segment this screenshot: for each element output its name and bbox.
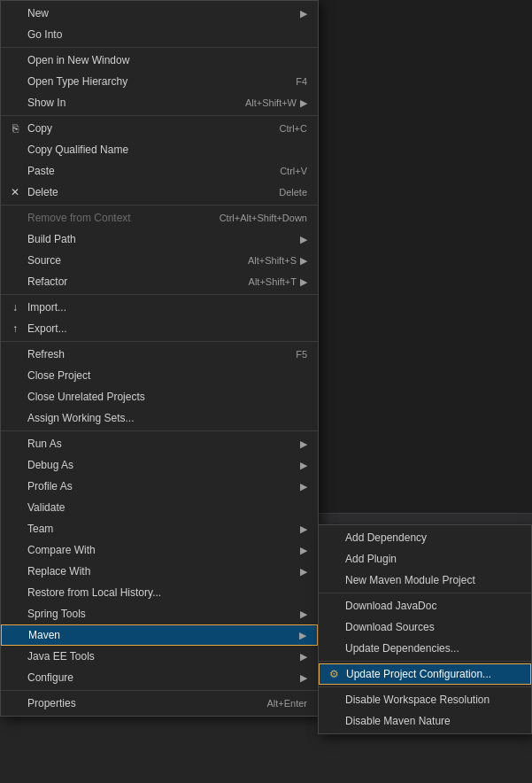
menu-item-open-new-window[interactable]: Open in New Window — [1, 50, 318, 71]
submenu-update-dependencies[interactable]: Update Dependencies... — [319, 638, 531, 659]
menu-item-assign-working-sets[interactable]: Assign Working Sets... — [1, 407, 318, 429]
shortcut-properties: Alt+Enter — [266, 698, 307, 709]
arrow-icon-profile-as: ▶ — [300, 481, 307, 492]
submenu-separator-2 — [319, 661, 531, 662]
menu-item-refresh[interactable]: Refresh F5 — [1, 344, 318, 365]
menu-item-compare-with[interactable]: Compare With ▶ — [1, 539, 318, 561]
menu-item-close-project[interactable]: Close Project — [1, 365, 318, 386]
arrow-icon-team: ▶ — [300, 523, 307, 535]
submenu-add-dependency[interactable]: Add Dependency — [319, 527, 531, 548]
submenu-download-sources[interactable]: Download Sources — [319, 616, 531, 638]
menu-item-copy[interactable]: ⎘ Copy Ctrl+C — [1, 118, 318, 139]
shortcut-refactor: Alt+Shift+T — [249, 276, 297, 287]
submenu-add-plugin[interactable]: Add Plugin — [319, 548, 531, 570]
shortcut-show-in: Alt+Shift+W — [245, 97, 297, 108]
arrow-icon-show-in: ▶ — [300, 97, 307, 109]
menu-item-new[interactable]: New ▶ — [1, 3, 318, 24]
menu-item-build-path[interactable]: Build Path ▶ — [1, 229, 318, 250]
import-icon: ↓ — [8, 300, 22, 314]
menu-item-paste[interactable]: Paste Ctrl+V — [1, 160, 318, 182]
menu-item-team[interactable]: Team ▶ — [1, 518, 318, 539]
menu-item-open-type-hierarchy[interactable]: Open Type Hierarchy F4 — [1, 71, 318, 92]
shortcut-remove: Ctrl+Alt+Shift+Down — [220, 213, 307, 223]
delete-icon: ✕ — [8, 185, 22, 199]
menu-item-validate[interactable]: Validate — [1, 497, 318, 518]
menu-item-java-ee-tools[interactable]: Java EE Tools ▶ — [1, 646, 318, 667]
shortcut-copy: Ctrl+C — [280, 123, 307, 134]
arrow-icon-configure: ▶ — [300, 672, 307, 684]
submenu-disable-maven-nature[interactable]: Disable Maven Nature — [319, 710, 531, 732]
menu-item-source[interactable]: Source Alt+Shift+S ▶ — [1, 250, 318, 271]
separator-7 — [1, 690, 318, 691]
separator-6 — [1, 430, 318, 431]
separator-4 — [1, 294, 318, 295]
menu-item-configure[interactable]: Configure ▶ — [1, 667, 318, 688]
submenu-new-maven-module[interactable]: New Maven Module Project — [319, 570, 531, 591]
shortcut-f4: F4 — [296, 76, 307, 87]
arrow-icon-debug-as: ▶ — [300, 460, 307, 471]
arrow-icon: ▶ — [300, 8, 307, 19]
arrow-icon-maven: ▶ — [299, 630, 306, 641]
menu-item-restore-history[interactable]: Restore from Local History... — [1, 582, 318, 603]
menu-item-import[interactable]: ↓ Import... — [1, 297, 318, 318]
arrow-icon-refactor: ▶ — [300, 276, 307, 288]
maven-config-icon: ⚙ — [327, 667, 341, 681]
menu-item-go-into[interactable]: Go Into — [1, 24, 318, 45]
context-menu: New ▶ Go Into Open in New Window Open Ty… — [0, 0, 319, 717]
arrow-icon-run-as: ▶ — [300, 438, 307, 450]
menu-item-refactor[interactable]: Refactor Alt+Shift+T ▶ — [1, 271, 318, 292]
arrow-icon-compare-with: ▶ — [300, 545, 307, 556]
menu-item-spring-tools[interactable]: Spring Tools ▶ — [1, 603, 318, 624]
arrow-icon-source: ▶ — [300, 255, 307, 267]
menu-item-show-in[interactable]: Show In Alt+Shift+W ▶ — [1, 92, 318, 113]
menu-item-replace-with[interactable]: Replace With ▶ — [1, 561, 318, 582]
shortcut-refresh: F5 — [296, 349, 307, 360]
menu-item-profile-as[interactable]: Profile As ▶ — [1, 476, 318, 497]
separator-2 — [1, 115, 318, 116]
menu-item-properties[interactable]: Properties Alt+Enter — [1, 693, 318, 714]
separator-1 — [1, 47, 318, 48]
arrow-icon-replace-with: ▶ — [300, 566, 307, 578]
menu-item-copy-qualified[interactable]: Copy Qualified Name — [1, 139, 318, 160]
copy-icon: ⎘ — [8, 121, 22, 136]
shortcut-source: Alt+Shift+S — [248, 255, 297, 266]
shortcut-paste: Ctrl+V — [280, 166, 307, 176]
arrow-icon-build-path: ▶ — [300, 234, 307, 245]
menu-item-maven[interactable]: Maven ▶ — [1, 624, 318, 646]
menu-item-export[interactable]: ↑ Export... — [1, 318, 318, 339]
arrow-icon-java-ee-tools: ▶ — [300, 651, 307, 663]
maven-submenu: Add Dependency Add Plugin New Maven Modu… — [318, 524, 532, 734]
submenu-separator-3 — [319, 686, 531, 687]
submenu-disable-workspace-resolution[interactable]: Disable Workspace Resolution — [319, 689, 531, 710]
menu-item-delete[interactable]: ✕ Delete Delete — [1, 182, 318, 203]
menu-item-run-as[interactable]: Run As ▶ — [1, 433, 318, 454]
separator-3 — [1, 205, 318, 205]
arrow-icon-spring-tools: ▶ — [300, 609, 307, 620]
shortcut-delete: Delete — [279, 187, 307, 198]
export-icon: ↑ — [8, 322, 22, 336]
separator-5 — [1, 341, 318, 342]
submenu-separator-1 — [319, 593, 531, 593]
submenu-download-javadoc[interactable]: Download JavaDoc — [319, 595, 531, 616]
menu-item-remove-from-context: Remove from Context Ctrl+Alt+Shift+Down — [1, 207, 318, 229]
menu-item-debug-as[interactable]: Debug As ▶ — [1, 454, 318, 476]
menu-item-close-unrelated[interactable]: Close Unrelated Projects — [1, 386, 318, 407]
submenu-update-project-config[interactable]: ⚙ Update Project Configuration... — [319, 663, 531, 685]
